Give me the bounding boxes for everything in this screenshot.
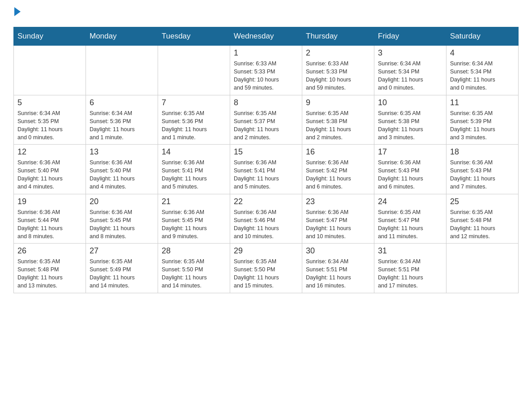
day-number: 31 xyxy=(378,246,442,256)
calendar-cell: 9Sunrise: 6:35 AMSunset: 5:38 PMDaylight… xyxy=(302,95,374,145)
weekday-header-wednesday: Wednesday xyxy=(230,27,302,46)
calendar-week-row: 26Sunrise: 6:35 AMSunset: 5:48 PMDayligh… xyxy=(14,244,519,293)
cell-info: Sunrise: 6:34 AMSunset: 5:34 PMDaylight:… xyxy=(450,60,515,92)
day-number: 15 xyxy=(234,147,298,157)
day-number: 3 xyxy=(378,48,442,58)
cell-info: Sunrise: 6:35 AMSunset: 5:50 PMDaylight:… xyxy=(162,257,226,290)
weekday-header-sunday: Sunday xyxy=(14,27,86,46)
logo-arrow-icon xyxy=(14,7,21,16)
cell-info: Sunrise: 6:35 AMSunset: 5:37 PMDaylight:… xyxy=(234,109,298,142)
weekday-header-friday: Friday xyxy=(374,27,446,46)
cell-info: Sunrise: 6:34 AMSunset: 5:34 PMDaylight:… xyxy=(378,60,442,92)
cell-info: Sunrise: 6:33 AMSunset: 5:33 PMDaylight:… xyxy=(234,60,298,92)
day-number: 24 xyxy=(378,197,442,206)
day-number: 18 xyxy=(450,147,515,157)
calendar-cell: 19Sunrise: 6:36 AMSunset: 5:44 PMDayligh… xyxy=(14,194,86,244)
calendar-cell: 15Sunrise: 6:36 AMSunset: 5:41 PMDayligh… xyxy=(230,145,302,194)
day-number: 10 xyxy=(378,98,442,107)
cell-info: Sunrise: 6:34 AMSunset: 5:36 PMDaylight:… xyxy=(90,109,154,142)
day-number: 25 xyxy=(450,197,515,206)
calendar-cell: 31Sunrise: 6:34 AMSunset: 5:51 PMDayligh… xyxy=(374,244,446,293)
calendar-cell: 25Sunrise: 6:35 AMSunset: 5:48 PMDayligh… xyxy=(446,194,519,244)
day-number: 26 xyxy=(17,246,82,256)
calendar-cell: 10Sunrise: 6:35 AMSunset: 5:38 PMDayligh… xyxy=(374,95,446,145)
day-number: 11 xyxy=(450,98,515,107)
calendar-cell: 24Sunrise: 6:35 AMSunset: 5:47 PMDayligh… xyxy=(374,194,446,244)
day-number: 14 xyxy=(162,147,226,157)
cell-info: Sunrise: 6:36 AMSunset: 5:42 PMDaylight:… xyxy=(306,158,370,191)
calendar-week-row: 1Sunrise: 6:33 AMSunset: 5:33 PMDaylight… xyxy=(14,46,519,95)
weekday-header-saturday: Saturday xyxy=(446,27,519,46)
cell-info: Sunrise: 6:34 AMSunset: 5:51 PMDaylight:… xyxy=(306,257,370,290)
calendar-week-row: 12Sunrise: 6:36 AMSunset: 5:40 PMDayligh… xyxy=(14,145,519,194)
calendar-cell xyxy=(14,46,86,95)
cell-info: Sunrise: 6:35 AMSunset: 5:50 PMDaylight:… xyxy=(234,257,298,290)
calendar-cell: 28Sunrise: 6:35 AMSunset: 5:50 PMDayligh… xyxy=(158,244,230,293)
day-number: 4 xyxy=(450,48,515,58)
calendar-cell: 13Sunrise: 6:36 AMSunset: 5:40 PMDayligh… xyxy=(86,145,158,194)
cell-info: Sunrise: 6:36 AMSunset: 5:40 PMDaylight:… xyxy=(90,158,154,191)
cell-info: Sunrise: 6:35 AMSunset: 5:36 PMDaylight:… xyxy=(162,109,226,142)
calendar-cell: 16Sunrise: 6:36 AMSunset: 5:42 PMDayligh… xyxy=(302,145,374,194)
calendar-cell: 1Sunrise: 6:33 AMSunset: 5:33 PMDaylight… xyxy=(230,46,302,95)
cell-info: Sunrise: 6:34 AMSunset: 5:51 PMDaylight:… xyxy=(378,257,442,290)
day-number: 20 xyxy=(90,197,154,206)
cell-info: Sunrise: 6:34 AMSunset: 5:35 PMDaylight:… xyxy=(17,109,82,142)
day-number: 5 xyxy=(17,98,82,107)
cell-info: Sunrise: 6:36 AMSunset: 5:47 PMDaylight:… xyxy=(306,208,370,241)
day-number: 9 xyxy=(306,98,370,107)
calendar-cell: 27Sunrise: 6:35 AMSunset: 5:49 PMDayligh… xyxy=(86,244,158,293)
day-number: 16 xyxy=(306,147,370,157)
calendar-cell xyxy=(446,244,519,293)
day-number: 7 xyxy=(162,98,226,107)
day-number: 12 xyxy=(17,147,82,157)
calendar-cell: 18Sunrise: 6:36 AMSunset: 5:43 PMDayligh… xyxy=(446,145,519,194)
day-number: 28 xyxy=(162,246,226,256)
cell-info: Sunrise: 6:36 AMSunset: 5:43 PMDaylight:… xyxy=(450,158,515,191)
cell-info: Sunrise: 6:36 AMSunset: 5:43 PMDaylight:… xyxy=(378,158,442,191)
calendar-cell xyxy=(86,46,158,95)
cell-info: Sunrise: 6:36 AMSunset: 5:45 PMDaylight:… xyxy=(162,208,226,241)
cell-info: Sunrise: 6:36 AMSunset: 5:40 PMDaylight:… xyxy=(17,158,82,191)
calendar-cell: 2Sunrise: 6:33 AMSunset: 5:33 PMDaylight… xyxy=(302,46,374,95)
day-number: 29 xyxy=(234,246,298,256)
calendar-cell: 5Sunrise: 6:34 AMSunset: 5:35 PMDaylight… xyxy=(14,95,86,145)
cell-info: Sunrise: 6:33 AMSunset: 5:33 PMDaylight:… xyxy=(306,60,370,92)
calendar-cell: 8Sunrise: 6:35 AMSunset: 5:37 PMDaylight… xyxy=(230,95,302,145)
calendar-cell: 12Sunrise: 6:36 AMSunset: 5:40 PMDayligh… xyxy=(14,145,86,194)
cell-info: Sunrise: 6:36 AMSunset: 5:41 PMDaylight:… xyxy=(162,158,226,191)
calendar-week-row: 19Sunrise: 6:36 AMSunset: 5:44 PMDayligh… xyxy=(14,194,519,244)
calendar-cell: 29Sunrise: 6:35 AMSunset: 5:50 PMDayligh… xyxy=(230,244,302,293)
calendar-cell: 14Sunrise: 6:36 AMSunset: 5:41 PMDayligh… xyxy=(158,145,230,194)
calendar-cell: 11Sunrise: 6:35 AMSunset: 5:39 PMDayligh… xyxy=(446,95,519,145)
day-number: 22 xyxy=(234,197,298,206)
day-number: 17 xyxy=(378,147,442,157)
weekday-header-row: SundayMondayTuesdayWednesdayThursdayFrid… xyxy=(14,27,519,46)
calendar-cell: 7Sunrise: 6:35 AMSunset: 5:36 PMDaylight… xyxy=(158,95,230,145)
day-number: 27 xyxy=(90,246,154,256)
weekday-header-thursday: Thursday xyxy=(302,27,374,46)
cell-info: Sunrise: 6:35 AMSunset: 5:48 PMDaylight:… xyxy=(17,257,82,290)
calendar-cell: 23Sunrise: 6:36 AMSunset: 5:47 PMDayligh… xyxy=(302,194,374,244)
page-header xyxy=(13,9,519,18)
calendar-cell: 4Sunrise: 6:34 AMSunset: 5:34 PMDaylight… xyxy=(446,46,519,95)
day-number: 13 xyxy=(90,147,154,157)
cell-info: Sunrise: 6:36 AMSunset: 5:44 PMDaylight:… xyxy=(17,208,82,241)
day-number: 19 xyxy=(17,197,82,206)
calendar-cell: 22Sunrise: 6:36 AMSunset: 5:46 PMDayligh… xyxy=(230,194,302,244)
cell-info: Sunrise: 6:36 AMSunset: 5:41 PMDaylight:… xyxy=(234,158,298,191)
calendar-cell: 21Sunrise: 6:36 AMSunset: 5:45 PMDayligh… xyxy=(158,194,230,244)
calendar-week-row: 5Sunrise: 6:34 AMSunset: 5:35 PMDaylight… xyxy=(14,95,519,145)
cell-info: Sunrise: 6:35 AMSunset: 5:38 PMDaylight:… xyxy=(306,109,370,142)
day-number: 2 xyxy=(306,48,370,58)
day-number: 30 xyxy=(306,246,370,256)
calendar-cell: 20Sunrise: 6:36 AMSunset: 5:45 PMDayligh… xyxy=(86,194,158,244)
logo-general-text xyxy=(13,9,21,18)
calendar-cell: 17Sunrise: 6:36 AMSunset: 5:43 PMDayligh… xyxy=(374,145,446,194)
calendar-cell: 26Sunrise: 6:35 AMSunset: 5:48 PMDayligh… xyxy=(14,244,86,293)
cell-info: Sunrise: 6:35 AMSunset: 5:47 PMDaylight:… xyxy=(378,208,442,241)
day-number: 21 xyxy=(162,197,226,206)
day-number: 8 xyxy=(234,98,298,107)
day-number: 23 xyxy=(306,197,370,206)
calendar-cell: 6Sunrise: 6:34 AMSunset: 5:36 PMDaylight… xyxy=(86,95,158,145)
